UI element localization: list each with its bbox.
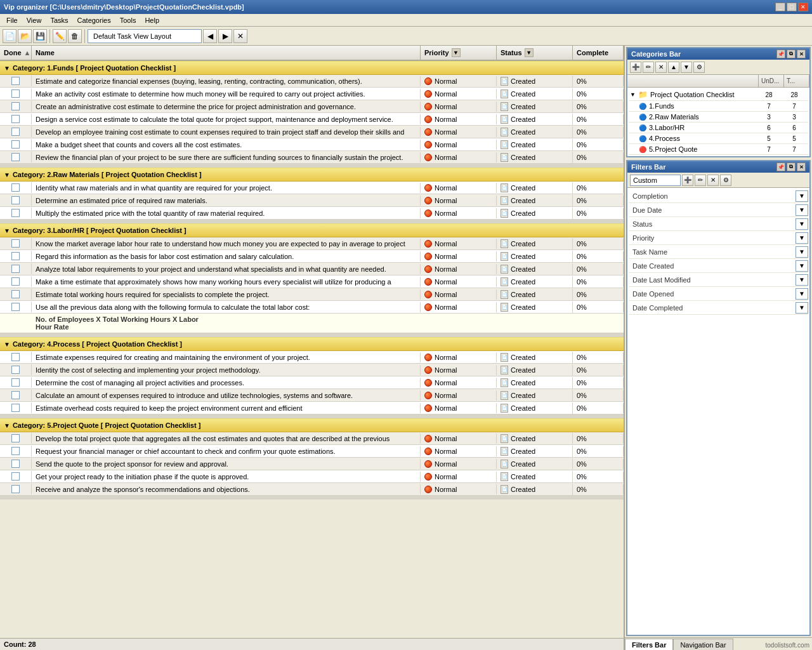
layout-prev[interactable]: ◀ <box>203 29 217 43</box>
filter-dropdown[interactable]: ▼ <box>796 302 808 314</box>
task-checkbox[interactable] <box>11 140 20 149</box>
task-checkbox[interactable] <box>11 290 20 298</box>
priority-filter-button[interactable]: ▼ <box>452 48 461 57</box>
filters-bar-close-button[interactable]: ✕ <box>797 162 806 171</box>
menu-item-file[interactable]: File <box>3 16 22 25</box>
task-checkbox[interactable] <box>11 460 20 468</box>
cat-bar-float-button[interactable]: ⧉ <box>787 50 796 58</box>
task-checkbox[interactable] <box>11 90 20 98</box>
task-row[interactable]: Estimate overhead costs required to keep… <box>0 402 624 415</box>
task-checkbox[interactable] <box>11 128 20 136</box>
task-row[interactable]: Regard this information as the basis for… <box>0 250 624 263</box>
tab-navigation-bar[interactable]: Navigation Bar <box>673 639 733 650</box>
save-button[interactable]: 💾 <box>33 29 47 43</box>
cat-down-button[interactable]: ▼ <box>681 62 692 73</box>
menu-item-categories[interactable]: Categories <box>74 16 115 25</box>
cat-up-button[interactable]: ▲ <box>668 62 679 73</box>
task-checkbox[interactable] <box>11 391 20 399</box>
task-checkbox[interactable] <box>11 404 20 412</box>
task-row[interactable]: Create an administrative cost estimate t… <box>0 100 624 113</box>
task-checkbox[interactable] <box>11 485 20 493</box>
task-checkbox[interactable] <box>11 209 20 217</box>
status-filter-button[interactable]: ▼ <box>525 48 534 57</box>
task-checkbox[interactable] <box>11 472 20 481</box>
task-row[interactable]: Determine the cost of managing all proje… <box>0 376 624 389</box>
task-checkbox[interactable] <box>11 239 20 248</box>
filter-name-box[interactable]: Custom <box>630 175 681 186</box>
filter-dropdown[interactable]: ▼ <box>796 246 808 258</box>
filter-dropdown[interactable]: ▼ <box>796 204 808 216</box>
task-row[interactable]: Develop the total project quote that agg… <box>0 432 624 445</box>
cat-tree-item[interactable]: 🔵 4.Process 5 5 <box>629 133 808 144</box>
cat-edit-button[interactable]: ✏ <box>643 62 654 73</box>
filter-delete-button[interactable]: ✕ <box>707 175 719 186</box>
task-row[interactable]: Use all the previous data along with the… <box>0 301 624 314</box>
menu-item-tasks[interactable]: Tasks <box>46 16 72 25</box>
task-row[interactable]: Multiply the estimated price with the to… <box>0 207 624 220</box>
category-header-cat1[interactable]: ▼ Category: 1.Funds [ Project Quotation … <box>0 61 624 75</box>
task-row[interactable]: Develop an employee training cost estima… <box>0 126 624 138</box>
task-row[interactable]: Identity the cost of selecting and imple… <box>0 364 624 376</box>
task-row[interactable]: Design a service cost estimate to calcul… <box>0 113 624 126</box>
filters-bar-pin-button[interactable]: 📌 <box>776 162 785 171</box>
task-row[interactable]: Make a budget sheet that counts and cove… <box>0 138 624 151</box>
category-header-cat3[interactable]: ▼ Category: 3.Labor/HR [ Project Quotati… <box>0 223 624 237</box>
task-checkbox[interactable] <box>11 252 20 260</box>
task-row[interactable]: Know the market average labor hour rate … <box>0 237 624 250</box>
filter-options-button[interactable]: ⚙ <box>720 175 731 186</box>
filter-dropdown[interactable]: ▼ <box>796 218 808 230</box>
task-row[interactable]: Estimate total working hours required fo… <box>0 288 624 301</box>
task-row[interactable]: Make a time estimate that approximately … <box>0 275 624 288</box>
filter-edit-button[interactable]: ✏ <box>695 175 706 186</box>
task-checkbox[interactable] <box>11 378 20 387</box>
tab-filters-bar[interactable]: Filters Bar <box>625 639 673 650</box>
category-header-cat5[interactable]: ▼ Category: 5.Project Quote [ Project Qu… <box>0 418 624 432</box>
cat-tree-item[interactable]: 🔵 1.Funds 7 7 <box>629 101 808 112</box>
category-header-cat4[interactable]: ▼ Category: 4.Process [ Project Quotatio… <box>0 337 624 351</box>
menu-item-help[interactable]: Help <box>141 16 163 25</box>
task-checkbox[interactable] <box>11 447 20 455</box>
filter-dropdown[interactable]: ▼ <box>796 232 808 244</box>
task-row[interactable]: Determine an estimated price of required… <box>0 194 624 207</box>
close-button[interactable]: ✕ <box>798 3 808 11</box>
task-row[interactable]: Get your project ready to the initiation… <box>0 470 624 483</box>
task-checkbox[interactable] <box>11 196 20 204</box>
task-row[interactable]: Estimate and categorize financial expens… <box>0 75 624 88</box>
delete-button[interactable]: 🗑 <box>68 29 82 43</box>
cat-delete-button[interactable]: ✕ <box>655 62 667 73</box>
cat-tree-item[interactable]: 🔵 3.Labor/HR 6 6 <box>629 123 808 133</box>
task-checkbox[interactable] <box>11 115 20 123</box>
layout-selector[interactable]: Default Task View Layout <box>88 29 202 43</box>
task-checkbox[interactable] <box>11 102 20 110</box>
filter-dropdown[interactable]: ▼ <box>796 190 808 202</box>
layout-next[interactable]: ▶ <box>218 29 232 43</box>
task-checkbox[interactable] <box>11 153 20 161</box>
new-button[interactable]: 📄 <box>3 29 16 43</box>
task-checkbox[interactable] <box>11 303 20 311</box>
filter-add-button[interactable]: ➕ <box>682 175 693 186</box>
task-row[interactable]: Receive and analyze the sponsor's recomm… <box>0 483 624 496</box>
task-checkbox[interactable] <box>11 265 20 273</box>
cat-options-button[interactable]: ⚙ <box>693 62 705 73</box>
cat-bar-close-button[interactable]: ✕ <box>797 50 806 58</box>
task-checkbox[interactable] <box>11 183 20 192</box>
task-checkbox[interactable] <box>11 434 20 442</box>
open-button[interactable]: 📂 <box>18 29 32 43</box>
task-row[interactable]: Send the quote to the project sponsor fo… <box>0 458 624 470</box>
filters-bar-float-button[interactable]: ⧉ <box>787 162 796 171</box>
task-row[interactable]: Estimate expenses required for creating … <box>0 351 624 364</box>
cat-tree-root[interactable]: ▼ 📁 Project Quotation Checklist 28 28 <box>629 89 808 101</box>
minimize-button[interactable]: _ <box>775 3 785 11</box>
task-row[interactable]: Review the financial plan of your projec… <box>0 151 624 164</box>
task-checkbox[interactable] <box>11 366 20 374</box>
category-header-cat2[interactable]: ▼ Category: 2.Raw Materials [ Project Qu… <box>0 168 624 182</box>
task-checkbox[interactable] <box>11 353 20 361</box>
cat-tree-item[interactable]: 🔵 2.Raw Materials 3 3 <box>629 112 808 123</box>
task-checkbox[interactable] <box>11 77 20 85</box>
task-row[interactable]: Identity what raw materials and in what … <box>0 182 624 194</box>
edit-button[interactable]: ✏️ <box>53 29 67 43</box>
task-checkbox[interactable] <box>11 277 20 286</box>
menu-item-view[interactable]: View <box>23 16 46 25</box>
menu-item-tools[interactable]: Tools <box>116 16 140 25</box>
task-row[interactable]: Make an activity cost estimate to determ… <box>0 88 624 100</box>
